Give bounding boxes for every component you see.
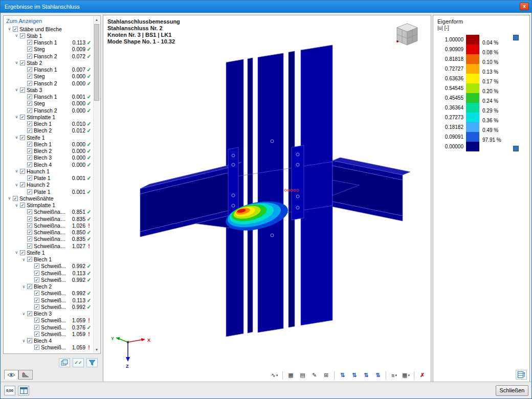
chevron-down-icon[interactable]: ∨	[7, 196, 12, 201]
checkbox[interactable]: ✓	[27, 338, 32, 343]
tree-row[interactable]: ✓Blech 40.000✓	[5, 161, 93, 168]
checkbox[interactable]: ✓	[27, 108, 32, 113]
checkbox[interactable]: ✓	[27, 94, 32, 99]
checkbox[interactable]: ✓	[27, 128, 32, 133]
checkbox[interactable]: ✓	[34, 304, 39, 309]
decimal-places-button[interactable]: 0,00	[4, 386, 15, 395]
tree-row[interactable]: ✓Schweißnaht 10.851✓	[5, 209, 93, 215]
legend-min-button[interactable]	[513, 146, 519, 151]
results-tree[interactable]: ∨✓Stäbe und Bleche∨✓Stab 1✓Flansch 10.11…	[5, 26, 93, 352]
checkbox[interactable]: ✓	[34, 277, 39, 282]
chevron-down-icon[interactable]: ∨	[14, 87, 19, 92]
checkbox[interactable]: ✓	[27, 223, 32, 228]
tab-welds[interactable]	[18, 370, 33, 380]
tree-row[interactable]: ✓Blech 30.000✓	[5, 154, 93, 161]
tab-visibility[interactable]	[4, 370, 18, 380]
scroll-thumb[interactable]	[94, 24, 99, 101]
tree-row[interactable]: ✓Flansch 10.001✓	[5, 94, 93, 100]
checkbox[interactable]: ✓	[27, 121, 32, 126]
export-table-button[interactable]: ▤	[297, 370, 308, 380]
chevron-down-icon[interactable]: ∨	[14, 183, 19, 187]
tree-row[interactable]: ✓Plate 10.001✓	[5, 175, 93, 182]
chevron-down-icon[interactable]: ∨	[21, 312, 27, 316]
panel-options-button[interactable]	[516, 370, 527, 380]
model-view[interactable]	[103, 15, 431, 382]
tree-row[interactable]: ∨✓Blech 1	[5, 256, 93, 263]
tree-row[interactable]: ✓Schweiß...0.113✓	[5, 297, 93, 303]
sort-button-4[interactable]: ⇅	[372, 370, 383, 380]
checkbox[interactable]: ✓	[27, 74, 32, 79]
result-table-button[interactable]: ▦	[285, 370, 296, 380]
checkbox[interactable]: ✓	[34, 345, 39, 350]
checkbox[interactable]: ✓	[27, 236, 32, 241]
checkbox[interactable]: ✓	[27, 67, 32, 72]
tree-row[interactable]: ∨✓Stäbe und Bleche	[5, 26, 93, 32]
checkbox[interactable]: ✓	[27, 311, 32, 316]
tree-row[interactable]: ✓Schweißnaht 31.026!	[5, 222, 93, 229]
tree-row[interactable]: ∨✓Blech 4	[5, 338, 93, 344]
checkbox[interactable]: ✓	[34, 318, 39, 323]
chevron-down-icon[interactable]: ∨	[14, 135, 19, 140]
legend-max-button[interactable]	[513, 35, 519, 40]
display-style-dropdown[interactable]: ∿▾	[269, 370, 280, 380]
checkbox[interactable]: ✓	[27, 162, 32, 167]
tree-row[interactable]: ∨✓Stirnplatte 1	[5, 202, 93, 209]
tree-row[interactable]: ✓Blech 10.000✓	[5, 141, 93, 147]
checkbox[interactable]: ✓	[27, 54, 32, 59]
tree-row[interactable]: ✓Schweiß...1.059!	[5, 330, 93, 337]
tree-row[interactable]: ✓Blech 20.000✓	[5, 148, 93, 154]
chevron-down-icon[interactable]: ∨	[14, 250, 19, 255]
tree-row[interactable]: ✓Schweiß...0.992✓	[5, 276, 93, 283]
chevron-down-icon[interactable]: ∨	[21, 257, 27, 262]
checkbox[interactable]: ✓	[34, 298, 39, 303]
tree-row[interactable]: ✓Schweißnaht 61.027!	[5, 242, 93, 249]
checkbox[interactable]: ✓	[20, 60, 25, 65]
sort-button-3[interactable]: ⇅	[361, 370, 371, 380]
checkbox[interactable]: ✓	[27, 142, 32, 147]
checkbox[interactable]: ✓	[27, 257, 32, 262]
close-icon[interactable]: x	[520, 3, 529, 10]
sort-button-2[interactable]: ⇅	[349, 370, 360, 380]
checkbox[interactable]: ✓	[34, 325, 39, 330]
titlebar[interactable]: Ergebnisse im Stahlanschluss x	[1, 1, 531, 13]
tree-row[interactable]: ✓Flansch 10.113✓	[5, 39, 93, 46]
tree-row[interactable]: ∨✓Haunch 1	[5, 168, 93, 174]
tree-row[interactable]: ✓Schweißnaht 40.850✓	[5, 229, 93, 236]
checkbox[interactable]: ✓	[13, 196, 18, 201]
tree-row[interactable]: ∨✓Schweißnähte	[5, 195, 93, 202]
tree-row[interactable]: ✓Steg0.000✓	[5, 73, 93, 80]
tree-row[interactable]: ✓Schweiß...0.992✓	[5, 263, 93, 270]
checkbox[interactable]: ✓	[27, 209, 32, 214]
checkbox[interactable]: ✓	[27, 101, 32, 106]
checkbox[interactable]: ✓	[27, 40, 32, 45]
tree-row[interactable]: ✓Plate 10.001✓	[5, 188, 93, 195]
chevron-down-icon[interactable]: ∨	[14, 203, 19, 208]
control-panel-button[interactable]	[18, 386, 29, 395]
tree-scrollbar[interactable]: ▲ ▼	[93, 16, 100, 353]
tree-row[interactable]: ∨✓Stab 3	[5, 86, 93, 93]
checkbox[interactable]: ✓	[27, 284, 32, 289]
checkbox[interactable]: ✓	[34, 263, 39, 269]
checkbox[interactable]: ✓	[20, 115, 25, 120]
checkbox[interactable]: ✓	[20, 250, 25, 255]
tree-row[interactable]: ∨✓Stab 1	[5, 32, 93, 39]
tree-row[interactable]: ✓Schweiß...1.059!	[5, 344, 93, 351]
view-options-dropdown[interactable]: ≡▾	[389, 370, 400, 380]
clear-results-button[interactable]: ✗	[417, 370, 428, 380]
checkbox[interactable]: ✓	[27, 81, 32, 86]
tree-row[interactable]: ∨✓Haunch 2	[5, 182, 93, 188]
tree-row[interactable]: ✓Blech 10.010✓	[5, 121, 93, 127]
checkbox[interactable]: ✓	[34, 271, 39, 276]
tree-row[interactable]: ✓Flansch 20.072✓	[5, 53, 93, 59]
checkbox[interactable]: ✓	[27, 230, 32, 235]
checkbox[interactable]: ✓	[27, 216, 32, 221]
checkbox[interactable]: ✓	[13, 27, 18, 32]
sort-button-1[interactable]: ⇅	[337, 370, 348, 380]
tree-row[interactable]: ∨✓Steife 1	[5, 134, 93, 141]
tree-row[interactable]: ✓Schweißnaht 50.835✓	[5, 236, 93, 242]
scroll-down-icon[interactable]: ▼	[94, 346, 100, 353]
chevron-down-icon[interactable]: ∨	[14, 60, 19, 65]
tree-row[interactable]: ∨✓Stab 2	[5, 59, 93, 66]
tree-row[interactable]: ∨✓Stirnplatte 1	[5, 114, 93, 120]
tree-row[interactable]: ✓Flansch 10.007✓	[5, 66, 93, 73]
